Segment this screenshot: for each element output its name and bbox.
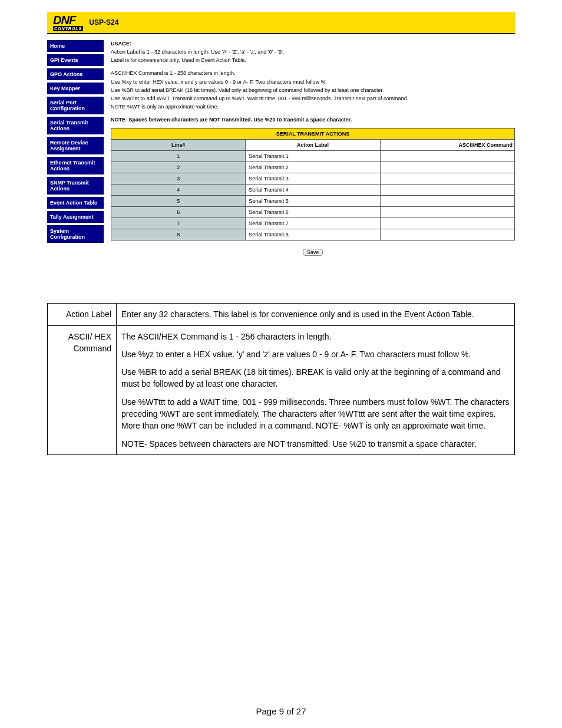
logo-subtext: CONTROLS — [53, 26, 83, 31]
col-header-action-label: Action Label — [246, 140, 380, 151]
product-label: USP-S24 — [89, 18, 118, 27]
line-number: 1 — [111, 151, 246, 162]
line-number: 2 — [111, 162, 246, 173]
usage-line: Use %xy to enter HEX value. x and y are … — [111, 78, 515, 85]
desc-p: Use %yz to enter a HEX value. 'y' and 'z… — [121, 348, 510, 360]
description-table: Action Label Enter any 32 characters. Th… — [47, 303, 515, 455]
action-label-input[interactable] — [247, 231, 378, 238]
table-row: 2 — [111, 162, 515, 173]
command-input[interactable] — [382, 153, 513, 160]
sidebar-item-remote-device-assignment[interactable]: Remote Device Assignment — [47, 137, 104, 154]
logo-text: DNF — [53, 14, 83, 26]
table-row: 1 — [111, 151, 515, 162]
action-label-input[interactable] — [247, 197, 378, 205]
sidebar-item-system-configuration[interactable]: System Configuration — [47, 225, 104, 243]
command-input[interactable] — [382, 220, 513, 227]
desc-row2-label: ASCII/ HEX Command — [48, 325, 117, 454]
sidebar-item-key-mapper[interactable]: Key Mapper — [47, 83, 104, 94]
action-label-input[interactable] — [247, 220, 378, 227]
action-label-input[interactable] — [247, 186, 378, 193]
table-row: 3 — [111, 173, 515, 185]
action-label-input[interactable] — [247, 153, 378, 160]
action-label-input[interactable] — [247, 164, 378, 171]
table-row: 7 — [111, 218, 515, 229]
action-label-input[interactable] — [247, 175, 378, 182]
sidebar-item-serial-transmit-actions[interactable]: Serial Transmit Actions — [47, 117, 104, 134]
sidebar-item-gpo-actions[interactable]: GPO Actions — [47, 68, 104, 80]
usage-line: Label is for convenience only. Used in E… — [111, 57, 515, 64]
command-input[interactable] — [382, 186, 513, 193]
line-number: 8 — [111, 229, 246, 241]
desc-p: NOTE- Spaces between characters are NOT … — [121, 438, 510, 450]
save-button[interactable]: Save — [303, 249, 323, 256]
usage-line: Use %WTttt to add WAIT. Transmit command… — [111, 95, 515, 102]
line-number: 4 — [111, 185, 246, 196]
desc-row2-text: The ASCII/HEX Command is 1 - 256 charact… — [117, 325, 515, 454]
sidebar-item-gpi-events[interactable]: GPI Events — [47, 54, 104, 66]
usage-line: Use %BR to add serial BREAK (18 bit time… — [111, 87, 515, 94]
command-input[interactable] — [382, 231, 513, 238]
action-label-input[interactable] — [247, 209, 378, 216]
header-bar: DNF CONTROLS USP-S24 — [47, 12, 515, 34]
sidebar-item-ethernet-transmit-actions[interactable]: Ethernet Transmit Actions — [47, 157, 104, 174]
desc-row1-text: Enter any 32 characters. This label is f… — [117, 304, 515, 325]
sidebar-item-snmp-transmit-actions[interactable]: SNMP Transmit Actions — [47, 177, 104, 195]
line-number: 5 — [111, 196, 246, 207]
usage-line: NOTE-%WT is only an approximate wait tim… — [111, 103, 515, 110]
command-input[interactable] — [382, 209, 513, 216]
usage-note: NOTE- Spaces between characters are NOT … — [111, 116, 515, 123]
command-input[interactable] — [382, 164, 513, 171]
sidebar-item-tally-assignment[interactable]: Tally Assignment — [47, 211, 104, 223]
sidebar-item-home[interactable]: Home — [47, 40, 104, 52]
serial-transmit-table: SERIAL TRANSMIT ACTIONS Line# Action Lab… — [111, 128, 515, 241]
col-header-line: Line# — [111, 140, 246, 151]
command-input[interactable] — [382, 175, 513, 182]
line-number: 3 — [111, 173, 246, 185]
desc-p: Use %WTttt to add a WAIT time, 001 - 999… — [121, 396, 510, 432]
main-content: USAGE: Action Label is 1 - 32 characters… — [111, 40, 515, 256]
usage-line: ASCII/HEX Command is 1 - 256 characters … — [111, 70, 515, 77]
sidebar-item-serial-port-config[interactable]: Serial Port Configuration — [47, 97, 104, 114]
command-input[interactable] — [382, 197, 513, 205]
usage-line: Action Label is 1 - 32 characters in len… — [111, 48, 515, 55]
desc-row1-label: Action Label — [48, 304, 117, 325]
line-number: 7 — [111, 218, 246, 229]
table-row: 6 — [111, 207, 515, 218]
table-row: 5 — [111, 196, 515, 207]
desc-p: The ASCII/HEX Command is 1 - 256 charact… — [121, 331, 510, 342]
usage-title: USAGE: — [111, 40, 515, 47]
usage-block: USAGE: Action Label is 1 - 32 characters… — [111, 40, 515, 123]
sidebar: Home GPI Events GPO Actions Key Mapper S… — [47, 40, 104, 243]
desc-p: Use %BR to add a serial BREAK (18 bit ti… — [121, 366, 510, 390]
sidebar-item-event-action-table[interactable]: Event Action Table — [47, 197, 104, 209]
line-number: 6 — [111, 207, 246, 218]
table-row: 4 — [111, 185, 515, 196]
table-row: 8 — [111, 229, 515, 241]
col-header-command: ASCII/HEX Command — [380, 140, 514, 151]
serial-table-caption: SERIAL TRANSMIT ACTIONS — [111, 129, 515, 140]
logo: DNF CONTROLS — [53, 14, 83, 31]
page-number: Page 9 of 27 — [0, 706, 562, 716]
